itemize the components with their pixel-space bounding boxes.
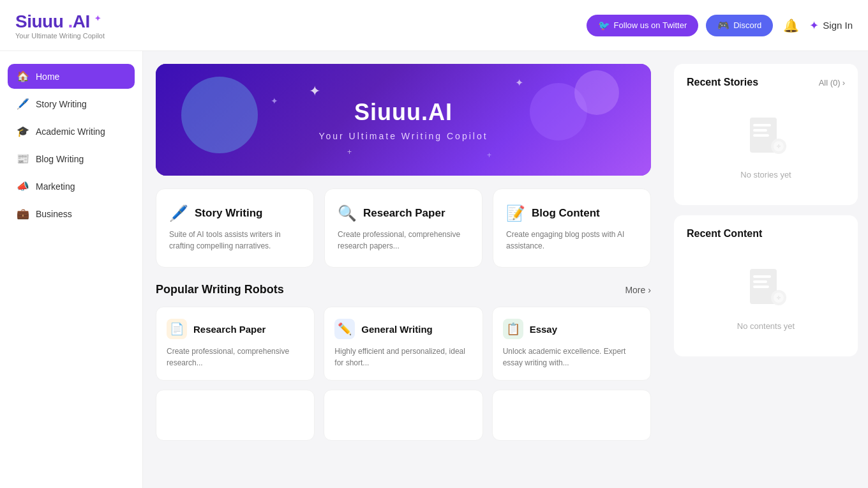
sidebar-item-academic-writing[interactable]: 🎓 Academic Writing [8,119,135,144]
header: Siuuu .AI ✦ Your Ultimate Writing Copilo… [0,0,868,51]
sidebar-label-business: Business [36,209,72,219]
card-desc-blog-content: Create engaging blog posts with AI assis… [506,229,638,252]
sidebar-label-home: Home [36,72,59,82]
recent-stories-section: Recent Stories All (0) › [674,64,858,205]
sidebar-label-story-writing: Story Writing [36,99,87,109]
popular-robots-header: Popular Writing Robots More › [156,283,651,296]
card-icon-blog-content: 📝 [506,204,525,222]
sidebar-item-business[interactable]: 💼 Business [8,201,135,226]
empty-stories-graphic [740,111,791,162]
feature-card-story-writing[interactable]: 🖊️ Story Writing Suite of AI tools assis… [156,188,314,268]
twitter-label: Follow us on Twitter [614,20,687,30]
sidebar-icon-academic-writing: 🎓 [17,125,29,137]
logo-subtitle: Your Ultimate Writing Copilot [15,32,105,40]
robots-grid-bottom [156,390,651,441]
robot-card-placeholder-1[interactable] [156,390,315,441]
card-title-story-writing: Story Writing [195,207,262,220]
recent-stories-chevron-icon: › [842,78,845,88]
signin-icon: ✦ [809,19,819,33]
svg-rect-1 [753,124,771,126]
more-label: More [625,285,645,295]
sidebar-item-blog-writing[interactable]: 📰 Blog Writing [8,146,135,171]
signin-label: Sign In [823,20,853,31]
sidebar-icon-story-writing: 🖊️ [17,98,29,110]
banner-star-3: + [347,148,352,156]
robot-card-desc-essay-robot: Unlock academic excellence. Expert essay… [503,346,640,369]
recent-content-empty-text: No contents yet [737,321,795,331]
popular-robots-section: Popular Writing Robots More › 📄 Research… [156,283,651,381]
sidebar-icon-blog-writing: 📰 [17,153,29,165]
banner-circle-3 [574,70,619,115]
sidebar-icon-marketing: 📣 [17,180,29,192]
sidebar-icon-home: 🏠 [17,70,29,82]
sidebar-item-home[interactable]: 🏠 Home [8,64,135,89]
banner-title: Siuuu.AI [318,99,488,126]
card-desc-research-paper: Create professional, comprehensive resea… [338,229,469,252]
recent-content-header: Recent Content [687,228,845,240]
discord-button[interactable]: 🎮 Discord [706,15,773,36]
layout: 🏠 Home 🖊️ Story Writing 🎓 Academic Writi… [0,0,868,488]
robot-card-title-general-writing-robot: General Writing [361,324,432,335]
twitter-icon: 🐦 [598,20,610,31]
svg-rect-3 [753,134,769,137]
sidebar-item-story-writing[interactable]: 🖊️ Story Writing [8,91,135,116]
recent-stories-empty: No stories yet [687,98,845,192]
feature-card-blog-content[interactable]: 📝 Blog Content Create engaging blog post… [493,188,651,268]
robot-card-research-paper-robot[interactable]: 📄 Research Paper Create professional, co… [156,307,315,381]
svg-rect-11 [753,286,769,288]
card-icon-research-paper: 🔍 [338,204,357,222]
svg-rect-10 [753,280,767,283]
discord-label: Discord [733,20,761,30]
recent-stories-all-button[interactable]: All (0) › [819,78,845,88]
banner-star-1: ✦ [309,83,320,100]
robot-card-title-essay-robot: Essay [530,324,557,335]
header-actions: 🐦 Follow us on Twitter 🎮 Discord 🔔 ✦ Sig… [587,15,853,36]
notification-bell-button[interactable]: 🔔 [781,15,802,36]
more-button[interactable]: More › [625,285,651,295]
banner-star-2: ✦ [271,96,278,106]
robot-card-desc-research-paper-robot: Create professional, comprehensive resea… [167,346,304,369]
robots-grid: 📄 Research Paper Create professional, co… [156,307,651,381]
robot-card-placeholder-3[interactable] [492,390,651,441]
card-title-blog-content: Blog Content [532,207,600,220]
robot-card-header-essay-robot: 📋 Essay [503,319,640,339]
more-chevron-icon: › [648,285,651,295]
recent-content-section: Recent Content No contents yet [674,215,858,356]
robot-icon-general-writing-robot: ✏️ [334,319,355,339]
recent-stories-header: Recent Stories All (0) › [687,77,845,88]
sidebar: 🏠 Home 🖊️ Story Writing 🎓 Academic Writi… [0,51,143,488]
discord-icon: 🎮 [717,20,730,31]
logo-title: Siuuu .AI ✦ [15,11,105,32]
sidebar-item-marketing[interactable]: 📣 Marketing [8,174,135,199]
sidebar-icon-business: 💼 [17,208,29,220]
right-panel: Recent Stories All (0) › [664,51,868,488]
robot-card-header-research-paper-robot: 📄 Research Paper [167,319,304,339]
robot-card-placeholder-2[interactable] [324,390,483,441]
card-icon-row-story-writing: 🖊️ Story Writing [169,204,301,222]
main-content: ✦ ✦ + ✦ + Siuuu.AI Your Ultimate Writing… [143,51,664,488]
robot-icon-research-paper-robot: 📄 [167,319,187,339]
recent-stories-empty-text: No stories yet [740,170,791,179]
card-title-research-paper: Research Paper [363,207,445,220]
banner-star-4: ✦ [515,77,523,89]
robot-icon-essay-robot: 📋 [503,319,523,339]
card-desc-story-writing: Suite of AI tools assists writers in cra… [169,229,301,252]
banner-subtitle: Your Ultimate Writing Copilot [318,131,488,141]
sidebar-label-marketing: Marketing [36,181,75,192]
popular-robots-title: Popular Writing Robots [156,283,284,296]
robot-card-general-writing-robot[interactable]: ✏️ General Writing Highly efficient and … [324,307,483,381]
robot-card-title-research-paper-robot: Research Paper [193,324,266,335]
empty-content-graphic [740,263,791,314]
twitter-button[interactable]: 🐦 Follow us on Twitter [587,15,699,36]
banner-circle-1 [181,77,258,153]
robot-card-essay-robot[interactable]: 📋 Essay Unlock academic excellence. Expe… [492,307,651,381]
feature-card-research-paper[interactable]: 🔍 Research Paper Create professional, co… [324,188,483,268]
feature-cards-row: 🖊️ Story Writing Suite of AI tools assis… [156,188,651,268]
svg-rect-2 [753,129,767,132]
hero-banner: ✦ ✦ + ✦ + Siuuu.AI Your Ultimate Writing… [156,64,651,176]
sidebar-label-academic-writing: Academic Writing [36,126,105,137]
signin-button[interactable]: ✦ Sign In [809,19,853,33]
recent-content-empty: No contents yet [687,250,845,344]
card-icon-row-research-paper: 🔍 Research Paper [338,204,469,222]
recent-stories-title: Recent Stories [687,77,758,88]
